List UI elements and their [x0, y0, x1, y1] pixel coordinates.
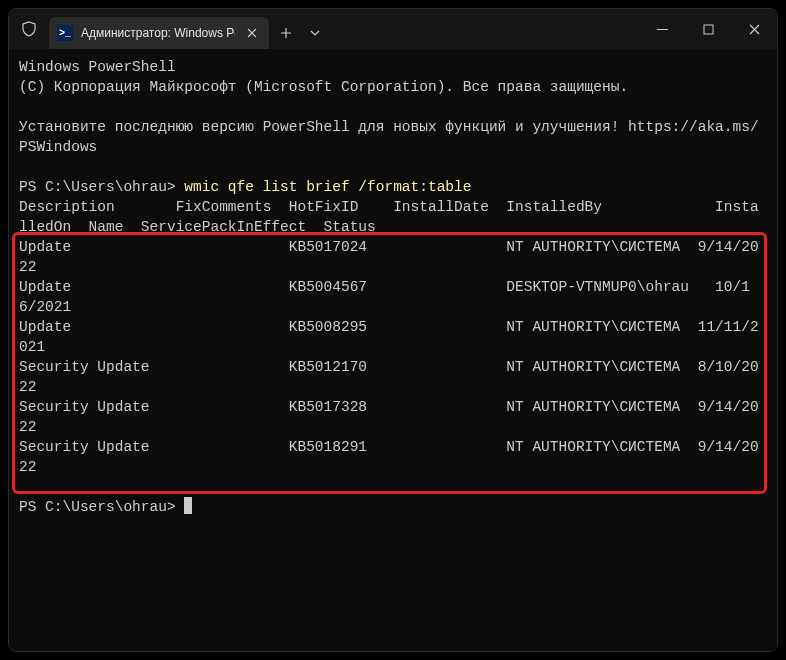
- table-row: Update KB5004567 DESKTOP-VTNMUP0\ohrau 1…: [19, 279, 750, 315]
- table-row: Security Update KB5012170 NT AUTHORITY\С…: [19, 359, 759, 395]
- tab-powershell[interactable]: >_ Администратор: Windows Pc: [49, 17, 269, 49]
- table-row: Update KB5008295 NT AUTHORITY\СИСТЕМА 11…: [19, 319, 759, 355]
- minimize-button[interactable]: [639, 9, 685, 49]
- banner-line: Windows PowerShell: [19, 59, 176, 75]
- prompt: PS C:\Users\ohrau>: [19, 499, 184, 515]
- banner-line: Установите последнюю версию PowerShell д…: [19, 119, 759, 155]
- maximize-button[interactable]: [685, 9, 731, 49]
- terminal-window: >_ Администратор: Windows Pc Windows Pow…: [8, 8, 778, 652]
- powershell-icon: >_: [57, 25, 73, 41]
- terminal-body[interactable]: Windows PowerShell (C) Корпорация Майкро…: [9, 49, 777, 651]
- command-text: wmic qfe list brief /format:table: [184, 179, 471, 195]
- close-tab-button[interactable]: [243, 24, 261, 42]
- close-window-button[interactable]: [731, 9, 777, 49]
- table-row: Update KB5017024 NT AUTHORITY\СИСТЕМА 9/…: [19, 239, 759, 275]
- svg-rect-0: [704, 25, 713, 34]
- window-controls: [639, 9, 777, 49]
- admin-shield-icon: [9, 9, 49, 49]
- table-row: Security Update KB5018291 NT AUTHORITY\С…: [19, 439, 759, 475]
- table-headers: Description FixComments HotFixID Install…: [19, 199, 759, 235]
- prompt: PS C:\Users\ohrau>: [19, 179, 184, 195]
- tab-title: Администратор: Windows Pc: [81, 26, 235, 40]
- titlebar: >_ Администратор: Windows Pc: [9, 9, 777, 49]
- table-row: Security Update KB5017328 NT AUTHORITY\С…: [19, 399, 759, 435]
- banner-line: (C) Корпорация Майкрософт (Microsoft Cor…: [19, 79, 628, 95]
- tab-dropdown-button[interactable]: [303, 17, 327, 49]
- new-tab-button[interactable]: [269, 17, 303, 49]
- cursor: [184, 497, 192, 514]
